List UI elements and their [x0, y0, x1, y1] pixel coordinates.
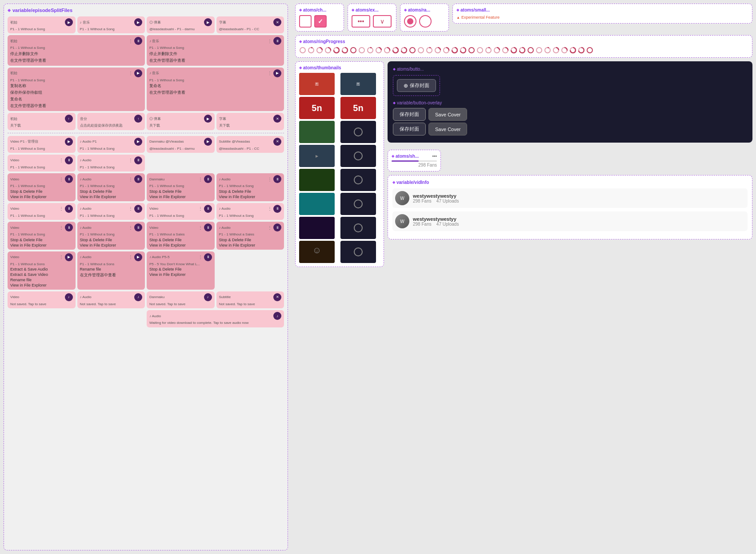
- ep-menu-stop[interactable]: Stop & Delete File: [219, 189, 282, 194]
- checkbox-unchecked[interactable]: [299, 15, 312, 28]
- ep-pause-btn[interactable]: ⏸: [273, 37, 281, 45]
- ep-menu-view[interactable]: 在文件管理器中查看: [10, 57, 142, 64]
- thumbnail-6[interactable]: [340, 121, 376, 143]
- ep-menu-stop[interactable]: Stop & Delete File: [80, 237, 143, 243]
- ep-music-btn[interactable]: ♪: [65, 293, 73, 301]
- ep-menu-view[interactable]: View in File Explorer: [80, 243, 143, 248]
- expand-chevron-btn[interactable]: ∨: [373, 15, 392, 28]
- radio-filled[interactable]: [404, 15, 416, 28]
- ep-menu-extract-save-video[interactable]: Extract & Save Video: [10, 272, 73, 277]
- thumbnail-2[interactable]: 图: [340, 73, 376, 95]
- ep-pause-btn[interactable]: ⏸: [273, 175, 281, 183]
- ep-upload-btn[interactable]: ↑: [134, 115, 142, 123]
- ep-menu-view[interactable]: View in File Explorer: [149, 243, 212, 248]
- ep-dots[interactable]: ⋮: [128, 71, 133, 76]
- ep-menu-view[interactable]: 在文件管理器中查看: [149, 89, 281, 96]
- ep-close-btn[interactable]: ✕: [273, 293, 281, 301]
- ep-menu-stop[interactable]: Stop & Delete File: [149, 267, 212, 272]
- ep-menu-view[interactable]: 在文件管理器中查看: [149, 57, 281, 64]
- thumbnail-1[interactable]: 图: [299, 73, 335, 95]
- ep-pause-btn[interactable]: ⏸: [65, 205, 73, 213]
- ep-pause-btn[interactable]: ⏸: [134, 37, 142, 45]
- ep-pause-btn[interactable]: ⏸: [65, 175, 73, 183]
- thumbnail-5[interactable]: [299, 121, 335, 143]
- ep-menu-stop[interactable]: Stop & Delete File: [10, 189, 73, 194]
- ep-play-btn[interactable]: ▶: [65, 253, 73, 261]
- ep-menu-view[interactable]: View in File Explorer: [10, 243, 73, 248]
- ep-menu-extract-save-audio[interactable]: Extract & Save Audio: [10, 267, 73, 272]
- ep-pause-btn[interactable]: ⏸: [134, 175, 142, 183]
- thumbnail-14[interactable]: [340, 217, 376, 239]
- ep-menu-view[interactable]: View in File Explorer: [80, 194, 143, 199]
- ep-dots[interactable]: ⋮: [128, 225, 133, 230]
- ep-dots[interactable]: ⋮: [59, 158, 64, 163]
- ep-menu-view[interactable]: View in File Explorer: [219, 243, 282, 248]
- ep-menu-view-cn[interactable]: 在文件管理器中查看: [80, 272, 143, 279]
- ep-menu-stop[interactable]: Stop & Delete File: [10, 237, 73, 243]
- expand-dots-btn[interactable]: •••: [352, 15, 370, 28]
- ep-dots[interactable]: ⋮: [128, 177, 133, 182]
- ep-play-btn[interactable]: ▶: [65, 18, 73, 26]
- ep-upload-btn[interactable]: ↑: [65, 115, 73, 123]
- ep-dots[interactable]: ⋮: [268, 39, 272, 44]
- checkbox-checked[interactable]: ✓: [314, 15, 327, 28]
- ep-dots[interactable]: ⋮: [128, 206, 133, 211]
- ep-close-btn[interactable]: ✕: [273, 18, 281, 26]
- ep-pause-btn[interactable]: ⏸: [204, 205, 212, 213]
- btn-save-en-2[interactable]: Save Cover: [428, 123, 467, 136]
- ep-dots[interactable]: ⋮: [59, 225, 64, 230]
- ep-dots[interactable]: ⋮: [59, 255, 64, 259]
- ep-menu-copy[interactable]: 复制名称: [10, 83, 142, 89]
- ep-menu-view[interactable]: View in File Explorer: [10, 194, 73, 199]
- ep-pause-btn[interactable]: ⏸: [273, 223, 281, 231]
- ep-pause-btn[interactable]: ⏸: [134, 223, 142, 231]
- ep-music-btn[interactable]: ♪: [134, 293, 142, 301]
- ep-pause-btn[interactable]: ⏸: [134, 205, 142, 213]
- ep-pause-btn[interactable]: ⏸: [134, 156, 142, 164]
- ep-menu-rename[interactable]: 复命名: [10, 96, 142, 103]
- thumbnail-15[interactable]: ☺: [299, 241, 335, 263]
- ep-pause-btn[interactable]: ⏸: [273, 205, 281, 213]
- thumbnail-10[interactable]: [340, 169, 376, 191]
- ep-dots[interactable]: ⋮: [128, 158, 133, 163]
- ep-play-btn[interactable]: ▶: [204, 138, 212, 146]
- sh-dots[interactable]: •••: [432, 154, 437, 159]
- ep-menu-view[interactable]: View in File Explorer: [149, 194, 212, 199]
- btn-save-en-1[interactable]: Save Cover: [428, 108, 467, 121]
- ep-close-btn[interactable]: ✕: [273, 115, 281, 123]
- ep-menu-stop[interactable]: Stop & Delete File: [219, 237, 282, 243]
- ep-dots[interactable]: ⋮: [268, 206, 272, 211]
- ep-dots[interactable]: ⋮: [128, 255, 133, 259]
- ep-music-btn[interactable]: ♪: [204, 293, 212, 301]
- ep-music-btn[interactable]: ♪: [273, 312, 281, 320]
- thumbnail-8[interactable]: [340, 145, 376, 167]
- ep-menu-stop[interactable]: Stop & Delete File: [149, 189, 212, 194]
- ep-dots[interactable]: ⋮: [268, 177, 272, 182]
- ep-dots[interactable]: ⋮: [198, 177, 203, 182]
- ep-pause-btn[interactable]: ⏸: [204, 175, 212, 183]
- ep-menu-view[interactable]: View in File Explorer: [10, 283, 73, 288]
- ep-menu-save[interactable]: 保存外保存待叙组: [10, 89, 142, 96]
- ep-menu-view[interactable]: View in File Explorer: [219, 194, 282, 199]
- ep-menu-rename[interactable]: Rename file: [80, 267, 143, 272]
- ep-dots[interactable]: ⋮: [268, 71, 272, 76]
- ep-menu-rename[interactable]: 复命名: [149, 83, 281, 89]
- ep-dots[interactable]: ⋮: [198, 225, 203, 230]
- ep-play-btn[interactable]: ▶: [134, 18, 142, 26]
- ep-pause-btn[interactable]: ⏸: [204, 253, 212, 261]
- ep-play-btn[interactable]: ▶: [273, 69, 281, 77]
- ep-menu-stop[interactable]: Stop & Delete File: [80, 189, 143, 194]
- ep-dots[interactable]: ⋮: [59, 206, 64, 211]
- radio-empty[interactable]: [419, 15, 432, 28]
- ep-menu-rename[interactable]: Rename file: [10, 277, 73, 283]
- ep-menu-stop[interactable]: 停止并删除文件: [10, 51, 142, 57]
- ep-dots[interactable]: ⋮: [198, 206, 203, 211]
- thumbnail-4[interactable]: 5n: [340, 97, 376, 119]
- btn-save-cn-1[interactable]: 保存封面: [393, 108, 426, 121]
- thumbnail-16[interactable]: [340, 241, 376, 263]
- ep-dots[interactable]: ⋮: [268, 225, 272, 230]
- ep-play-btn[interactable]: ▶: [204, 115, 212, 123]
- ep-dots[interactable]: ⋮: [198, 255, 203, 259]
- ep-close-btn[interactable]: ✕: [273, 138, 281, 146]
- ep-menu-stop[interactable]: 停止并删除文件: [149, 51, 281, 57]
